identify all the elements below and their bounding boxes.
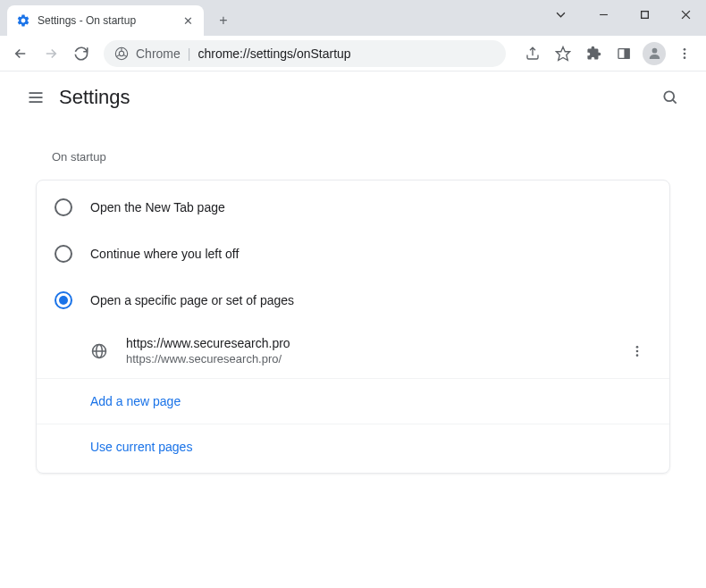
svg-rect-18: [29, 97, 43, 98]
tab-title: Settings - On startup: [38, 14, 181, 27]
titlebar: Settings - On startup ✕ +: [0, 0, 706, 36]
radio-icon: [55, 198, 72, 216]
bookmark-button[interactable]: [549, 39, 577, 68]
radio-label: Open the New Tab page: [90, 200, 225, 214]
share-button[interactable]: [518, 39, 547, 68]
svg-line-8: [123, 55, 126, 56]
side-panel-button[interactable]: [609, 39, 638, 68]
use-current-link[interactable]: Use current pages: [90, 440, 192, 454]
address-url: chrome://settings/onStartup: [198, 46, 350, 61]
svg-point-27: [636, 354, 639, 357]
address-prefix: Chrome: [136, 46, 181, 61]
chrome-icon: [114, 46, 129, 61]
browser-tab[interactable]: Settings - On startup ✕: [7, 5, 204, 36]
extensions-button[interactable]: [579, 39, 608, 68]
settings-favicon-icon: [16, 13, 30, 28]
browser-toolbar: Chrome | chrome://settings/onStartup: [0, 36, 706, 71]
close-window-button[interactable]: [665, 0, 706, 29]
address-bar[interactable]: Chrome | chrome://settings/onStartup: [104, 40, 506, 67]
svg-point-20: [664, 91, 674, 101]
svg-point-15: [684, 52, 686, 55]
svg-point-25: [636, 346, 639, 349]
svg-rect-1: [641, 11, 648, 18]
dropdown-icon[interactable]: [540, 0, 581, 29]
globe-icon: [90, 342, 108, 360]
page-entry-menu-button[interactable]: [623, 337, 651, 365]
section-title: On startup: [52, 150, 670, 164]
svg-point-14: [684, 48, 686, 51]
radio-label: Open a specific page or set of pages: [90, 293, 294, 307]
address-separator: |: [188, 46, 191, 61]
profile-button[interactable]: [640, 39, 668, 68]
tab-close-icon[interactable]: ✕: [181, 13, 195, 28]
add-page-row[interactable]: Add a new page: [37, 379, 669, 424]
forward-button[interactable]: [38, 40, 64, 67]
startup-card: Open the New Tab page Continue where you…: [36, 180, 670, 474]
use-current-row[interactable]: Use current pages: [37, 424, 669, 469]
settings-header: Settings: [0, 71, 706, 123]
page-url: https://www.securesearch.pro/: [126, 352, 623, 365]
svg-point-5: [119, 51, 123, 55]
startup-page-entry: https://www.securesearch.pro https://www…: [37, 323, 669, 379]
back-button[interactable]: [7, 40, 34, 67]
chrome-menu-button[interactable]: [670, 39, 699, 68]
minimize-button[interactable]: [583, 0, 624, 29]
search-button[interactable]: [652, 80, 688, 115]
svg-point-13: [651, 48, 657, 54]
svg-line-21: [673, 100, 677, 104]
svg-line-7: [116, 55, 119, 56]
svg-rect-19: [29, 101, 43, 103]
svg-rect-12: [625, 48, 629, 58]
window-controls: [540, 0, 706, 29]
radio-option-specific-pages[interactable]: Open a specific page or set of pages: [37, 277, 669, 323]
svg-marker-9: [557, 46, 570, 60]
svg-rect-17: [29, 92, 43, 94]
radio-icon: [55, 291, 72, 309]
page-name: https://www.securesearch.pro: [126, 336, 623, 350]
reload-button[interactable]: [68, 40, 95, 67]
svg-point-26: [636, 349, 639, 352]
radio-option-new-tab[interactable]: Open the New Tab page: [37, 184, 669, 231]
maximize-button[interactable]: [624, 0, 665, 29]
add-page-link[interactable]: Add a new page: [90, 394, 181, 408]
menu-button[interactable]: [18, 80, 54, 115]
settings-content: On startup Open the New Tab page Continu…: [0, 123, 706, 491]
radio-label: Continue where you left off: [90, 247, 239, 261]
svg-point-16: [684, 56, 686, 59]
radio-icon: [55, 245, 72, 263]
page-title: Settings: [59, 86, 130, 109]
avatar-icon: [643, 42, 666, 65]
new-tab-button[interactable]: +: [211, 8, 236, 33]
radio-option-continue[interactable]: Continue where you left off: [37, 231, 669, 277]
